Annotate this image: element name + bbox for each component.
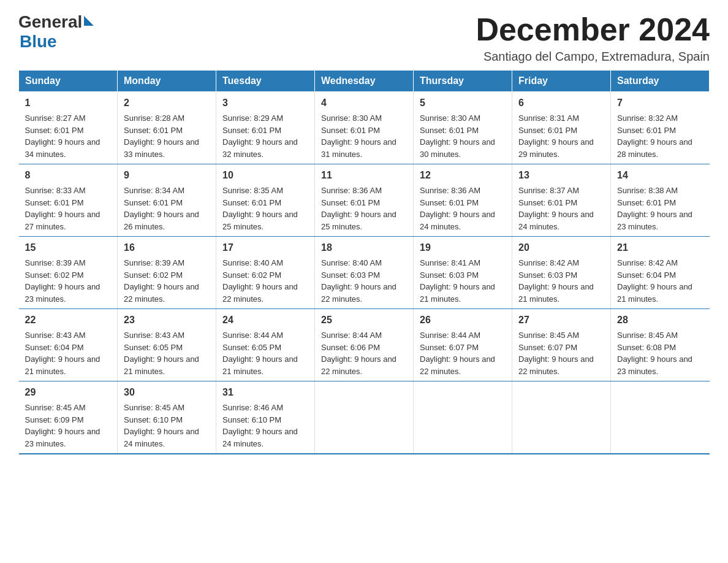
calendar-cell: 8Sunrise: 8:33 AMSunset: 6:01 PMDaylight… [19,164,118,237]
day-number: 10 [222,168,308,183]
calendar-cell: 28Sunrise: 8:45 AMSunset: 6:08 PMDayligh… [611,309,710,381]
day-number: 20 [518,240,604,255]
calendar-cell [414,381,512,454]
day-number: 9 [124,168,210,183]
calendar-cell: 27Sunrise: 8:45 AMSunset: 6:07 PMDayligh… [512,309,611,381]
day-number: 16 [124,240,210,255]
calendar-cell: 29Sunrise: 8:45 AMSunset: 6:09 PMDayligh… [19,381,118,454]
page-title: December 2024 [476,12,710,47]
day-number: 21 [617,240,703,255]
calendar-week-row: 29Sunrise: 8:45 AMSunset: 6:09 PMDayligh… [19,381,710,454]
day-number: 17 [222,240,308,255]
calendar-week-row: 15Sunrise: 8:39 AMSunset: 6:02 PMDayligh… [19,237,710,309]
calendar-cell: 17Sunrise: 8:40 AMSunset: 6:02 PMDayligh… [216,237,315,309]
calendar-cell: 5Sunrise: 8:30 AMSunset: 6:01 PMDaylight… [414,92,512,164]
calendar-week-row: 22Sunrise: 8:43 AMSunset: 6:04 PMDayligh… [19,309,710,381]
day-number: 18 [321,240,407,255]
day-number: 15 [25,240,112,255]
calendar-cell: 13Sunrise: 8:37 AMSunset: 6:01 PMDayligh… [512,164,611,237]
calendar-cell: 21Sunrise: 8:42 AMSunset: 6:04 PMDayligh… [611,237,710,309]
day-number: 13 [518,168,604,183]
day-number: 22 [25,313,112,327]
calendar-cell: 15Sunrise: 8:39 AMSunset: 6:02 PMDayligh… [19,237,118,309]
day-number: 6 [518,96,604,110]
calendar-cell: 20Sunrise: 8:42 AMSunset: 6:03 PMDayligh… [512,237,611,309]
calendar-week-row: 8Sunrise: 8:33 AMSunset: 6:01 PMDaylight… [19,164,710,237]
logo-blue-text: Blue [20,32,57,52]
calendar-cell: 22Sunrise: 8:43 AMSunset: 6:04 PMDayligh… [19,309,118,381]
day-number: 12 [420,168,506,183]
calendar-cell: 26Sunrise: 8:44 AMSunset: 6:07 PMDayligh… [414,309,512,381]
day-number: 3 [222,96,308,110]
page-header: General Blue December 2024 Santiago del … [18,12,710,64]
day-number: 11 [321,168,407,183]
day-number: 23 [124,313,210,327]
calendar-header-friday: Friday [512,71,611,92]
page-subtitle: Santiago del Campo, Extremadura, Spain [476,50,710,64]
calendar-header-row: SundayMondayTuesdayWednesdayThursdayFrid… [19,71,710,92]
day-number: 26 [420,313,506,327]
calendar-cell: 1Sunrise: 8:27 AMSunset: 6:01 PMDaylight… [19,92,118,164]
day-number: 24 [222,313,308,327]
day-number: 1 [25,96,112,110]
calendar-cell: 31Sunrise: 8:46 AMSunset: 6:10 PMDayligh… [216,381,315,454]
day-number: 2 [124,96,210,110]
calendar-cell: 18Sunrise: 8:40 AMSunset: 6:03 PMDayligh… [315,237,414,309]
calendar-cell: 11Sunrise: 8:36 AMSunset: 6:01 PMDayligh… [315,164,414,237]
calendar-header-monday: Monday [118,71,216,92]
calendar-cell: 10Sunrise: 8:35 AMSunset: 6:01 PMDayligh… [216,164,315,237]
calendar-cell: 23Sunrise: 8:43 AMSunset: 6:05 PMDayligh… [118,309,216,381]
day-number: 31 [222,385,308,400]
logo-general-text: General [18,12,82,32]
calendar-cell: 25Sunrise: 8:44 AMSunset: 6:06 PMDayligh… [315,309,414,381]
calendar-cell: 6Sunrise: 8:31 AMSunset: 6:01 PMDaylight… [512,92,611,164]
calendar-table: SundayMondayTuesdayWednesdayThursdayFrid… [18,70,710,454]
title-block: December 2024 Santiago del Campo, Extrem… [476,12,710,64]
logo-line1: General [18,12,94,32]
day-number: 30 [124,385,210,400]
day-number: 27 [518,313,604,327]
logo: General Blue [18,12,94,52]
calendar-cell: 30Sunrise: 8:45 AMSunset: 6:10 PMDayligh… [118,381,216,454]
calendar-cell: 4Sunrise: 8:30 AMSunset: 6:01 PMDaylight… [315,92,414,164]
day-number: 28 [617,313,703,327]
day-number: 7 [617,96,703,110]
calendar-header-thursday: Thursday [414,71,512,92]
calendar-week-row: 1Sunrise: 8:27 AMSunset: 6:01 PMDaylight… [19,92,710,164]
calendar-cell [512,381,611,454]
calendar-header-tuesday: Tuesday [216,71,315,92]
calendar-cell: 16Sunrise: 8:39 AMSunset: 6:02 PMDayligh… [118,237,216,309]
day-number: 25 [321,313,407,327]
calendar-cell: 24Sunrise: 8:44 AMSunset: 6:05 PMDayligh… [216,309,315,381]
calendar-cell [315,381,414,454]
logo-triangle-icon [84,16,94,26]
day-number: 19 [420,240,506,255]
calendar-cell: 19Sunrise: 8:41 AMSunset: 6:03 PMDayligh… [414,237,512,309]
calendar-cell: 2Sunrise: 8:28 AMSunset: 6:01 PMDaylight… [118,92,216,164]
calendar-header-wednesday: Wednesday [315,71,414,92]
day-number: 5 [420,96,506,110]
calendar-header-sunday: Sunday [19,71,118,92]
calendar-cell: 14Sunrise: 8:38 AMSunset: 6:01 PMDayligh… [611,164,710,237]
calendar-cell: 3Sunrise: 8:29 AMSunset: 6:01 PMDaylight… [216,92,315,164]
day-number: 29 [25,385,112,400]
day-number: 14 [617,168,703,183]
calendar-cell [611,381,710,454]
calendar-cell: 9Sunrise: 8:34 AMSunset: 6:01 PMDaylight… [118,164,216,237]
calendar-cell: 7Sunrise: 8:32 AMSunset: 6:01 PMDaylight… [611,92,710,164]
day-number: 4 [321,96,407,110]
calendar-header-saturday: Saturday [611,71,710,92]
day-number: 8 [25,168,112,183]
calendar-cell: 12Sunrise: 8:36 AMSunset: 6:01 PMDayligh… [414,164,512,237]
